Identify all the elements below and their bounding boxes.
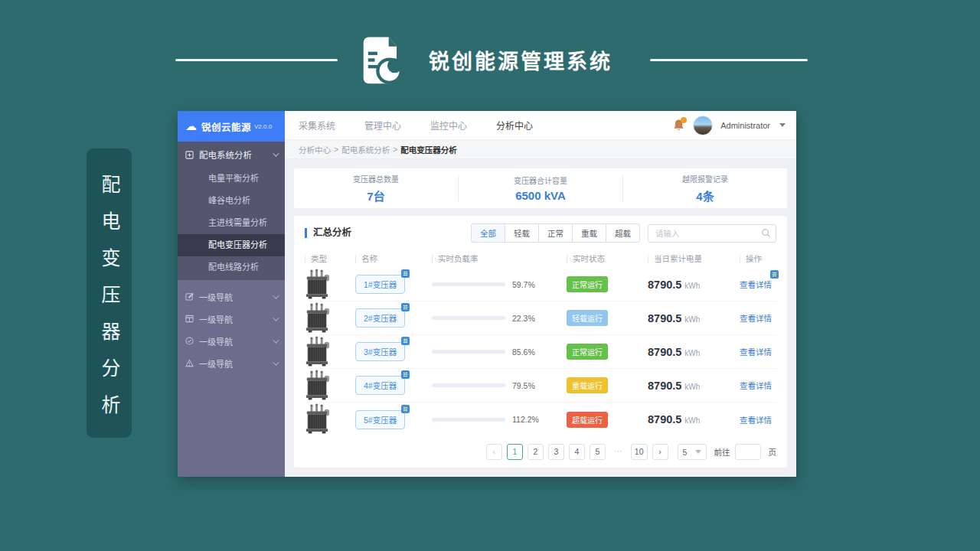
header-energy: 当日累计电量 xyxy=(648,255,740,263)
filter-light-button[interactable]: 轻载 xyxy=(505,223,539,243)
nav-item-label: 一级导航 xyxy=(199,313,233,325)
load-cell: 22.3% xyxy=(432,314,567,323)
tab-management-center[interactable]: 管理中心 xyxy=(364,119,401,132)
search-input[interactable] xyxy=(648,224,776,243)
page-size-select[interactable]: 5 xyxy=(678,444,707,460)
filter-over-button[interactable]: 超载 xyxy=(606,223,640,243)
load-bar xyxy=(432,383,505,387)
filter-all-button[interactable]: 全部 xyxy=(471,223,505,243)
transformer-name-button[interactable]: 1#变压器 xyxy=(355,275,405,294)
transformer-image xyxy=(305,302,331,333)
sidebar: ☁ 锐创云能源 V2.0.0 配电系统分析 电量平衡分析 峰谷电分析 主进线需量… xyxy=(178,111,285,477)
menu-parent-distribution-analysis[interactable]: 配电系统分析 xyxy=(178,142,285,168)
type-cell xyxy=(305,336,355,368)
filter-heavy-button[interactable]: 重载 xyxy=(572,223,606,243)
navbar-right: Administrator xyxy=(673,116,786,135)
transformer-name-button[interactable]: 2#变压器 xyxy=(355,308,405,328)
transformer-name-button[interactable]: 5#变压器 xyxy=(355,410,405,429)
transformer-name-button[interactable]: 3#变压器 xyxy=(355,342,405,361)
chevron-down-icon xyxy=(273,292,279,298)
energy-value: 8790.5 xyxy=(648,380,681,392)
sidebar-nav-1[interactable]: 一级导航 xyxy=(178,285,285,308)
stat-value: 6500 kVA xyxy=(459,189,622,202)
table-row: 5#变压器 112.2% 超载运行 8790.5kWh 查看详情 xyxy=(305,403,776,436)
stat-total-capacity: 变压器合计容量 6500 kVA xyxy=(459,174,622,202)
tab-analysis-center[interactable]: 分析中心 xyxy=(496,119,533,132)
panel-controls: 全部 轻载 正常 重载 超载 xyxy=(471,223,776,243)
sidebar-item-main-line-demand[interactable]: 主进线需量分析 xyxy=(178,212,285,234)
sidebar-nav-4[interactable]: 一级导航 xyxy=(178,352,285,374)
goto-page-input[interactable] xyxy=(735,444,761,460)
caret-down-icon[interactable] xyxy=(779,123,786,127)
page-button[interactable]: 10 xyxy=(631,444,648,460)
sidebar-nav-2[interactable]: 一级导航 xyxy=(178,308,285,330)
energy-cell: 8790.5kWh xyxy=(648,312,740,324)
energy-value: 8790.5 xyxy=(648,413,681,425)
search-icon xyxy=(761,228,771,240)
status-cell: 超载运行 xyxy=(567,412,648,428)
view-details-link[interactable]: 查看详情 xyxy=(740,314,772,323)
prev-page-button[interactable]: ‹ xyxy=(486,444,502,460)
transformer-image xyxy=(305,336,331,367)
bell-icon[interactable] xyxy=(673,119,685,132)
load-cell: 79.5% xyxy=(432,381,567,390)
document-logo-icon xyxy=(362,35,402,84)
sidebar-nav-3[interactable]: 一级导航 xyxy=(178,330,285,352)
breadcrumb-separator: > xyxy=(334,145,338,154)
view-details-link[interactable]: 查看详情 xyxy=(740,280,772,289)
header-name: 名称 xyxy=(355,255,432,263)
load-percent: 22.3% xyxy=(512,314,535,323)
sidebar-item-line-analysis[interactable]: 配电线路分析 xyxy=(178,256,285,279)
load-percent: 85.6% xyxy=(512,347,535,357)
page-button[interactable]: 3 xyxy=(548,444,564,460)
tab-collection-system[interactable]: 采集系统 xyxy=(299,119,335,132)
view-details-link[interactable]: 查看详情 xyxy=(740,416,772,425)
content-area: 变压器总数量 7台 变压器合计容量 6500 kVA 越限报警记录 4条 汇总分… xyxy=(285,159,796,477)
breadcrumb-distribution-analysis[interactable]: 配电系统分析 xyxy=(341,144,390,155)
type-cell xyxy=(305,302,355,334)
breadcrumb-current-page: 配电变压器分析 xyxy=(400,144,457,155)
status-cell: 正常运行 xyxy=(567,276,648,292)
decor-line-right xyxy=(650,59,808,61)
action-cell: 查看详情 xyxy=(740,312,776,324)
energy-cell: 8790.5kWh xyxy=(648,413,740,425)
table-row: 1#变压器 59.7% 正常运行 8790.5kWh 查看详情 xyxy=(305,268,776,302)
breadcrumb-analysis-center[interactable]: 分析中心 xyxy=(299,144,331,155)
view-details-link[interactable]: 查看详情 xyxy=(740,347,772,357)
energy-unit: kWh xyxy=(684,383,700,391)
notification-badge xyxy=(681,117,687,123)
action-corner-badge xyxy=(770,270,779,279)
sidebar-item-transformer-analysis[interactable]: 配电变压器分析 xyxy=(178,234,285,256)
app-version: V2.0.0 xyxy=(254,123,272,130)
submenu: 电量平衡分析 峰谷电分析 主进线需量分析 配电变压器分析 配电线路分析 xyxy=(178,168,285,279)
page-button[interactable]: 2 xyxy=(528,444,544,460)
goto-unit: 页 xyxy=(769,446,777,458)
next-page-button[interactable]: › xyxy=(652,444,668,460)
view-details-link[interactable]: 查看详情 xyxy=(740,381,772,390)
filter-normal-button[interactable]: 正常 xyxy=(538,223,573,243)
chevron-down-icon xyxy=(273,150,279,156)
avatar[interactable] xyxy=(693,116,713,135)
transformer-name-button[interactable]: 4#变压器 xyxy=(355,376,405,395)
goto-label: 前往 xyxy=(714,446,730,458)
load-percent: 79.5% xyxy=(512,381,535,390)
load-bar xyxy=(432,316,505,320)
status-cell: 重载运行 xyxy=(567,377,648,393)
energy-cell: 8790.5kWh xyxy=(648,380,740,392)
sidebar-item-peak-valley[interactable]: 峰谷电分析 xyxy=(178,190,285,212)
table-icon xyxy=(185,315,194,323)
app-logo[interactable]: ☁ 锐创云能源 V2.0.0 xyxy=(178,111,285,142)
breadcrumb: 分析中心 > 配电系统分析 > 配电变压器分析 xyxy=(285,140,796,159)
page-button[interactable]: 1 xyxy=(507,444,523,460)
chevron-down-icon xyxy=(273,337,279,343)
type-cell xyxy=(305,403,355,435)
page-button[interactable]: 4 xyxy=(569,444,585,460)
status-badge: 正常运行 xyxy=(567,344,608,360)
username: Administrator xyxy=(720,121,770,130)
sidebar-item-power-balance[interactable]: 电量平衡分析 xyxy=(178,168,285,190)
summary-panel: 汇总分析 全部 轻载 正常 重载 超载 xyxy=(294,216,787,468)
page-button[interactable]: 5 xyxy=(590,444,606,460)
tab-monitoring-center[interactable]: 监控中心 xyxy=(430,119,467,132)
filter-button-group: 全部 轻载 正常 重载 超载 xyxy=(471,223,640,243)
name-cell: 1#变压器 xyxy=(355,275,432,294)
